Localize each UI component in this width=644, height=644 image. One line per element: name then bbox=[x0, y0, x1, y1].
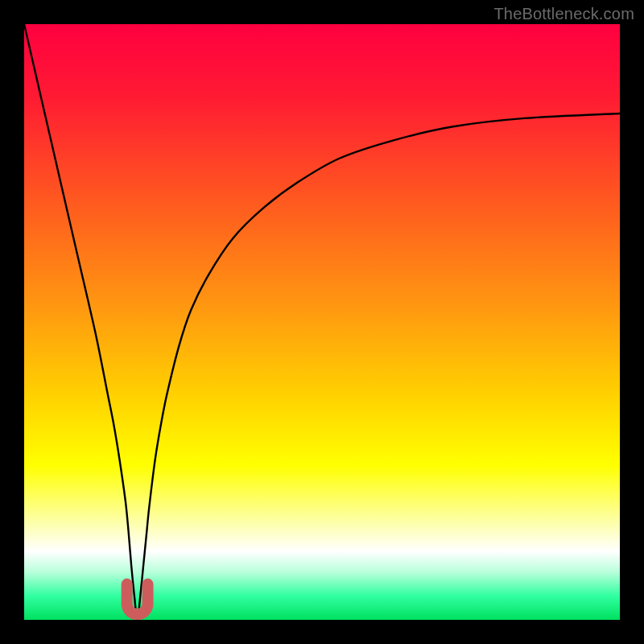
watermark-text: TheBottleneck.com bbox=[493, 5, 634, 23]
curve-layer bbox=[24, 24, 620, 620]
chart-frame: TheBottleneck.com bbox=[0, 0, 644, 644]
plot-area bbox=[24, 24, 620, 620]
bottleneck-curve bbox=[24, 24, 620, 620]
minimum-marker bbox=[127, 584, 148, 614]
